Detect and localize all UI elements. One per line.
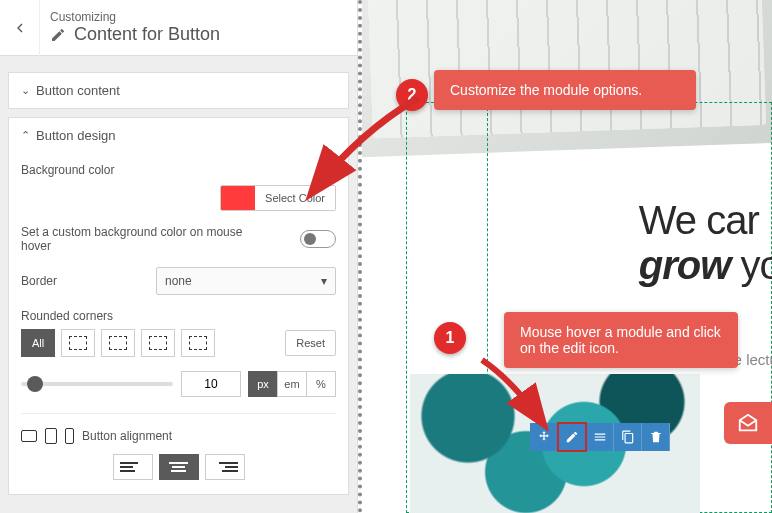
preview-canvas: We car grow you olor sit ametrisus. Susp…	[358, 0, 772, 513]
rounded-label: Rounded corners	[21, 309, 336, 323]
bg-color-label: Background color	[21, 163, 336, 177]
section-button-content[interactable]: ⌄ Button content	[8, 72, 349, 109]
corner-br-button[interactable]	[181, 329, 215, 357]
border-select[interactable]: none ▾	[156, 267, 336, 295]
chevron-down-icon: ⌄	[21, 84, 30, 97]
hover-bg-toggle[interactable]	[300, 230, 336, 248]
unit-px-button[interactable]: px	[248, 371, 278, 397]
annotation-callout-2: Customize the module options.	[434, 70, 696, 110]
chevron-up-icon: ⌃	[21, 129, 30, 142]
headline-text: We car grow you	[639, 198, 772, 288]
help-fab[interactable]	[724, 402, 772, 444]
sidebar-header: Customizing Content for Button	[0, 0, 357, 56]
tablet-icon[interactable]	[45, 428, 57, 444]
unit-pct-button[interactable]: %	[306, 371, 336, 397]
corner-tl-button[interactable]	[61, 329, 95, 357]
module-toolbar	[530, 423, 670, 451]
align-left-button[interactable]	[113, 454, 153, 480]
corner-all-button[interactable]: All	[21, 329, 55, 357]
move-button[interactable]	[530, 423, 558, 451]
section-title: Button design	[36, 128, 116, 143]
corner-tr-button[interactable]	[101, 329, 135, 357]
annotation-callout-1: Mouse hover a module and click on the ed…	[504, 312, 738, 368]
corner-bl-button[interactable]	[141, 329, 175, 357]
annotation-badge-2: 2	[396, 79, 428, 111]
border-value: none	[165, 274, 192, 288]
page-title: Content for Button	[74, 24, 220, 45]
edit-button[interactable]	[558, 423, 586, 451]
border-label: Border	[21, 274, 57, 288]
reset-button[interactable]: Reset	[285, 330, 336, 356]
settings-button[interactable]	[586, 423, 614, 451]
align-center-button[interactable]	[159, 454, 199, 480]
envelope-open-icon	[737, 412, 759, 434]
caret-down-icon: ▾	[321, 274, 327, 288]
desktop-icon[interactable]	[21, 430, 37, 442]
back-button[interactable]	[0, 0, 40, 56]
section-button-design-toggle[interactable]: ⌃ Button design	[9, 118, 348, 153]
radius-input[interactable]	[181, 371, 241, 397]
duplicate-button[interactable]	[614, 423, 642, 451]
annotation-badge-1: 1	[434, 322, 466, 354]
pencil-icon	[50, 27, 66, 43]
section-title: Button content	[36, 83, 120, 98]
align-right-button[interactable]	[205, 454, 245, 480]
unit-em-button[interactable]: em	[277, 371, 307, 397]
delete-button[interactable]	[642, 423, 670, 451]
section-button-design: ⌃ Button design Background color Select …	[8, 117, 349, 495]
phone-icon[interactable]	[65, 428, 74, 444]
radius-slider[interactable]	[21, 382, 173, 386]
hover-bg-label: Set a custom background color on mouse h…	[21, 225, 251, 253]
breadcrumb: Customizing	[50, 10, 357, 24]
customizer-sidebar: Customizing Content for Button ⌄ Button …	[0, 0, 358, 513]
color-swatch	[221, 186, 255, 210]
align-label: Button alignment	[82, 429, 172, 443]
bg-color-picker[interactable]: Select Color	[220, 185, 336, 211]
select-color-label: Select Color	[255, 186, 335, 210]
